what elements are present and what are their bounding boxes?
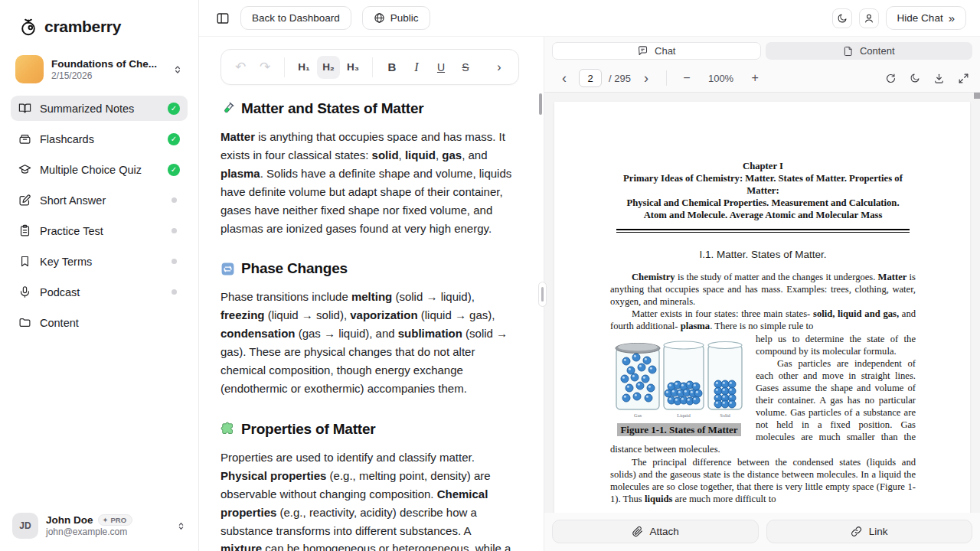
double-chevron-right-icon: » [949, 11, 955, 24]
chevron-updown-icon [176, 521, 186, 531]
toolbar-more-button[interactable]: › [488, 56, 511, 79]
heading1-button[interactable]: H₁ [292, 56, 315, 79]
sidebar-item-summarized-notes[interactable]: Summarized Notes ✓ [11, 96, 188, 121]
topbar: Back to Dashboard Public [199, 0, 980, 37]
pro-badge: ✦ PRO [98, 514, 133, 526]
download-icon[interactable] [933, 73, 945, 84]
zoom-level-label: 100% [708, 73, 733, 84]
tab-content[interactable]: Content [766, 42, 973, 60]
notes-content[interactable]: Matter and States of Matter Matter is an… [199, 85, 544, 551]
sidebar-item-flashcards[interactable]: Flashcards ✓ [11, 126, 188, 152]
note-heading: Properties of Matter [220, 421, 513, 438]
redo-button[interactable]: ↷ [253, 56, 276, 79]
course-switcher[interactable]: Foundations of Che... 2/15/2026 [12, 54, 186, 85]
done-check-badge: ✓ [168, 164, 180, 176]
user-avatar: JD [12, 513, 38, 539]
cramberry-berry-icon [18, 17, 38, 37]
figure-label-gas: Gas [634, 412, 642, 418]
account-button[interactable] [859, 8, 879, 28]
link-icon [851, 526, 862, 537]
editor-toolbar: ↶ ↷ H₁ H₂ H₃ B I U S › [220, 49, 519, 85]
sidebar-item-practice-test[interactable]: Practice Test [11, 218, 188, 243]
bold-button[interactable]: B [381, 56, 403, 79]
folder-icon [18, 316, 31, 329]
course-title: Foundations of Che... [51, 58, 165, 70]
flashcards-box-icon [18, 132, 31, 145]
figure-caption: Figure 1-1. States of Matter [617, 423, 740, 436]
zoom-in-button[interactable]: + [746, 69, 764, 87]
sidebar-item-key-terms[interactable]: Key Terms [11, 249, 188, 274]
note-paragraph: Properties are used to identify and clas… [220, 448, 513, 551]
tab-chat[interactable]: Chat [552, 42, 761, 60]
underline-button[interactable]: U [430, 56, 452, 79]
strikethrough-button[interactable]: S [454, 56, 477, 79]
attach-label: Attach [650, 526, 679, 537]
user-account[interactable]: JD John Doe ✦ PRO john@example.com [0, 500, 198, 551]
panel-resize-handle[interactable] [538, 282, 547, 307]
page-number-input[interactable] [579, 69, 602, 87]
heading2-button[interactable]: H₂ [317, 56, 340, 79]
sidebar-item-multiple-choice-quiz[interactable]: Multiple Choice Quiz ✓ [11, 157, 188, 182]
fullscreen-icon[interactable] [958, 73, 969, 84]
back-to-dashboard-label: Back to Dashboard [252, 12, 340, 24]
pro-badge-label: PRO [110, 516, 126, 524]
pdf-page: Chapter I Primary Ideas of Chemistry: Ma… [554, 102, 970, 513]
globe-icon [374, 12, 385, 24]
rotate-refresh-icon[interactable] [885, 73, 897, 84]
figure-label-solid: Solid [720, 412, 730, 418]
pdf-chapter-line: Physical and Chemical Properties. Measur… [610, 197, 916, 209]
prev-page-button[interactable]: ‹ [555, 69, 573, 87]
sidebar-item-short-answer[interactable]: Short Answer [11, 187, 188, 213]
editor-scrollbar[interactable] [539, 93, 542, 115]
double-rule [616, 229, 910, 233]
hide-chat-button[interactable]: Hide Chat » [886, 6, 966, 30]
pdf-paragraph: The principal difference between the con… [610, 456, 916, 505]
viewer-tabs: Chat Content [544, 37, 980, 64]
sidebar-toggle-icon[interactable] [216, 11, 230, 25]
sidebar-item-podcast[interactable]: Podcast [11, 279, 188, 305]
link-button[interactable]: Link [766, 520, 973, 543]
pending-dot-badge [172, 228, 177, 233]
done-check-badge: ✓ [168, 133, 180, 145]
back-to-dashboard-button[interactable]: Back to Dashboard [240, 6, 351, 30]
content-viewer-panel: Chat Content ‹ / 295 › − [544, 37, 980, 551]
pdf-scrollbar[interactable] [974, 93, 980, 99]
user-email: john@example.com [46, 527, 168, 537]
states-of-matter-illustration: Gas Liquid Solid [610, 337, 746, 420]
pending-dot-badge [172, 259, 177, 264]
sidebar-item-label: Podcast [40, 286, 163, 298]
sidebar-item-content[interactable]: Content [11, 310, 188, 335]
sidebar-item-label: Flashcards [40, 133, 159, 145]
sidebar: cramberry Foundations of Che... 2/15/202… [0, 0, 199, 551]
main-area: Back to Dashboard Public [199, 0, 980, 551]
zoom-out-button[interactable]: − [678, 69, 696, 87]
sidebar-item-label: Summarized Notes [40, 103, 159, 115]
dark-mode-button[interactable] [832, 8, 852, 28]
italic-button[interactable]: I [405, 56, 428, 79]
pdf-chapter-line: Primary Ideas of Chemistry: Matter. Stat… [610, 172, 916, 197]
note-heading: Matter and States of Matter [220, 100, 513, 117]
note-heading: Phase Changes [220, 260, 513, 277]
public-button[interactable]: Public [362, 6, 430, 30]
note-heading-text: Phase Changes [241, 260, 348, 277]
note-paragraph: Matter is anything that occupies space a… [220, 128, 513, 237]
repeat-emoji [220, 262, 235, 276]
app-root: cramberry Foundations of Che... 2/15/202… [0, 0, 980, 551]
chat-footer: Attach Link [544, 513, 980, 551]
tab-content-label: Content [860, 45, 895, 57]
states-of-matter-figure: Gas Liquid Solid Figure 1-1. States of M… [610, 337, 748, 436]
pdf-viewport[interactable]: Chapter I Primary Ideas of Chemistry: Ma… [544, 92, 980, 513]
attach-button[interactable]: Attach [552, 520, 759, 543]
sidebar-item-label: Multiple Choice Quiz [40, 164, 159, 176]
next-page-button[interactable]: › [637, 69, 655, 87]
pdf-dark-mode-icon[interactable] [910, 73, 920, 83]
moon-icon [837, 13, 848, 24]
figure-label-liquid: Liquid [677, 412, 691, 418]
clipboard-icon [18, 224, 31, 237]
app-logo: cramberry [0, 0, 198, 47]
toolbar-divider [372, 57, 373, 77]
undo-button[interactable]: ↶ [229, 56, 252, 79]
sparkle-icon: ✦ [103, 516, 109, 524]
user-icon [864, 13, 874, 24]
heading3-button[interactable]: H₃ [341, 56, 364, 79]
